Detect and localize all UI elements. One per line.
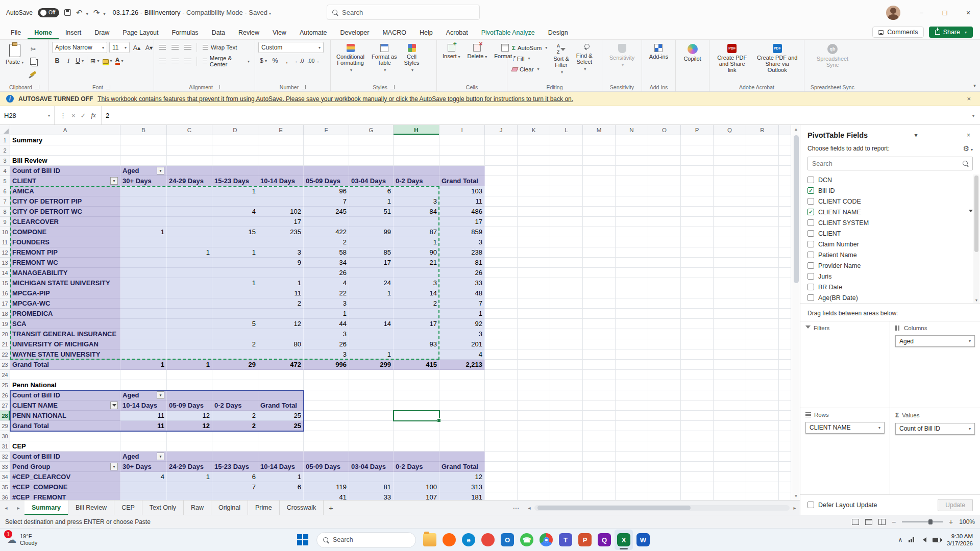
filter-button[interactable] [110,402,118,409]
sort-button[interactable]: ▾ [157,167,164,174]
row-header-9[interactable]: 9 [0,217,10,227]
cell-F8[interactable]: 245 [304,207,349,217]
cell-P8[interactable] [681,207,714,217]
cell-F25[interactable] [304,380,349,390]
cell-F27[interactable] [304,400,349,411]
page-layout-view-icon[interactable] [865,519,872,525]
cell-A5[interactable]: CLIENT▾ [10,176,120,186]
cell-A22[interactable]: WAYNE STATE UNIVERSITY [10,349,120,360]
cell-extra-10[interactable] [779,227,791,237]
cell-H34[interactable] [394,472,439,482]
cell-Q1[interactable] [714,135,746,145]
cell-I19[interactable]: 92 [439,319,485,329]
cell-M8[interactable] [583,207,616,217]
cell-D23[interactable]: 29 [212,360,258,370]
cell-J34[interactable] [485,472,518,482]
cell-D12[interactable]: 1 [212,247,258,258]
cell-J17[interactable] [485,298,518,309]
cell-Q35[interactable] [714,482,746,492]
cell-O33[interactable] [648,462,681,472]
cell-C10[interactable] [167,227,212,237]
col-header-C[interactable]: C [167,125,212,135]
cell-J20[interactable] [485,329,518,339]
zoom-slider[interactable] [902,521,943,522]
cell-H7[interactable]: 3 [394,196,439,207]
cell-A18[interactable]: PROMEDICA [10,309,120,319]
decrease-decimal-icon[interactable]: .00→ [306,56,321,66]
cell-I18[interactable]: 1 [439,309,485,319]
cell-R35[interactable] [746,482,779,492]
cell-K31[interactable] [518,441,550,452]
minimize-button[interactable]: − [910,0,933,25]
cell-H4[interactable] [394,166,439,176]
cell-R21[interactable] [746,339,779,349]
field-checkbox-claim-number[interactable] [807,241,814,247]
cell-O7[interactable] [648,196,681,207]
fields-scrollbar[interactable]: ▼ [973,174,979,303]
cell-R20[interactable] [746,329,779,339]
cell-N30[interactable] [616,431,648,441]
cell-M32[interactable] [583,452,616,462]
cell-I21[interactable]: 201 [439,339,485,349]
cell-L10[interactable] [550,227,583,237]
cell-Q18[interactable] [714,309,746,319]
scroll-right-icon[interactable]: ▸ [790,505,800,511]
cell-P14[interactable] [681,268,714,278]
taskbar-app-app-q[interactable]: Q [595,530,614,550]
cell-R2[interactable] [746,145,779,156]
cell-L32[interactable] [550,452,583,462]
clock[interactable]: 9:30 AM 3/17/2026 [947,533,973,547]
cell-K36[interactable] [518,492,550,500]
cell-N14[interactable] [616,268,648,278]
cell-extra-32[interactable] [779,452,791,462]
cell-D9[interactable] [212,217,258,227]
cell-L1[interactable] [550,135,583,145]
cell-E3[interactable] [258,156,304,166]
cell-J5[interactable] [485,176,518,186]
cell-Q11[interactable] [714,237,746,247]
cell-G15[interactable]: 24 [349,278,394,288]
cell-R4[interactable] [746,166,779,176]
cell-P2[interactable] [681,145,714,156]
cell-G11[interactable] [349,237,394,247]
cell-P17[interactable] [681,298,714,309]
cell-A15[interactable]: MICHIGAN STATE UNIVERSITY [10,278,120,288]
defer-layout-checkbox[interactable] [807,502,814,508]
cell-C6[interactable] [167,186,212,196]
cell-K16[interactable] [518,288,550,298]
cell-N36[interactable] [616,492,648,500]
cell-M21[interactable] [583,339,616,349]
vertical-scrollbar[interactable]: ▲ ▼ [792,125,800,500]
cell-L21[interactable] [550,339,583,349]
cell-L13[interactable] [550,258,583,268]
row-header-1[interactable]: 1 [0,135,10,145]
cell-K24[interactable] [518,370,550,380]
field-checkbox-juris[interactable] [807,273,814,280]
cell-M27[interactable] [583,400,616,411]
col-header-D[interactable]: D [212,125,258,135]
cell-I3[interactable] [439,156,485,166]
cell-E8[interactable]: 102 [258,207,304,217]
cell-R27[interactable] [746,400,779,411]
new-sheet-button[interactable]: + [324,500,338,515]
cell-G1[interactable] [349,135,394,145]
cell-N4[interactable] [616,166,648,176]
cancel-entry-icon[interactable]: × [71,112,76,119]
delete-cells-button[interactable]: Delete▾ [465,42,490,62]
cell-C29[interactable]: 12 [167,421,212,431]
cell-extra-30[interactable] [779,431,791,441]
cell-A17[interactable]: MPCGA-WC [10,298,120,309]
cell-O17[interactable] [648,298,681,309]
cell-Q33[interactable] [714,462,746,472]
cell-O4[interactable] [648,166,681,176]
increase-font-icon[interactable]: A▴ [132,42,142,53]
ribbon-tab-view[interactable]: View [266,27,293,39]
cell-Q10[interactable] [714,227,746,237]
cell-D17[interactable] [212,298,258,309]
cell-B21[interactable] [120,339,167,349]
find-select-button[interactable]: Find & Select▾ [574,42,595,74]
cell-J25[interactable] [485,380,518,390]
cell-I1[interactable] [439,135,485,145]
cell-Q31[interactable] [714,441,746,452]
cell-H15[interactable]: 3 [394,278,439,288]
